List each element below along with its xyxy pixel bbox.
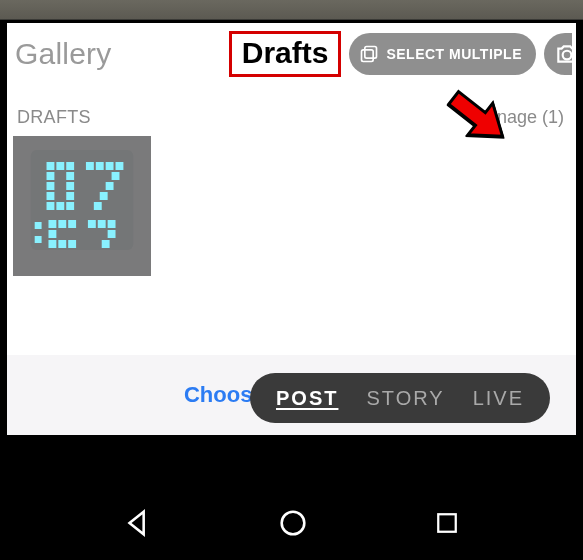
camera-button[interactable] (544, 33, 572, 75)
select-multiple-button[interactable]: SELECT MULTIPLE (349, 33, 536, 75)
svg-rect-24 (94, 202, 102, 210)
svg-rect-1 (362, 50, 374, 62)
svg-rect-25 (35, 222, 42, 229)
svg-rect-21 (112, 172, 120, 180)
mode-live[interactable]: LIVE (473, 387, 524, 410)
svg-rect-35 (98, 220, 106, 228)
svg-rect-14 (47, 202, 55, 210)
android-navbar (0, 492, 583, 560)
svg-rect-20 (116, 162, 124, 170)
svg-rect-38 (102, 240, 110, 248)
sheet-header: Gallery Drafts SELECT MULTIPLE (7, 23, 576, 85)
svg-rect-32 (58, 240, 66, 248)
svg-point-39 (282, 512, 305, 535)
svg-rect-30 (48, 230, 56, 238)
gallery-dropdown[interactable]: Gallery (15, 39, 111, 69)
svg-rect-17 (86, 162, 94, 170)
svg-rect-18 (96, 162, 104, 170)
drafts-tab[interactable]: Drafts (242, 36, 329, 69)
mode-selector: POST STORY LIVE (250, 373, 550, 423)
svg-rect-36 (108, 220, 116, 228)
svg-rect-33 (68, 240, 76, 248)
svg-rect-5 (47, 162, 55, 170)
mode-story[interactable]: STORY (366, 387, 444, 410)
svg-rect-34 (88, 220, 96, 228)
svg-rect-22 (106, 182, 114, 190)
drafts-heading: DRAFTS (17, 107, 91, 128)
mode-post[interactable]: POST (276, 387, 338, 410)
svg-rect-9 (66, 172, 74, 180)
svg-rect-23 (100, 192, 108, 200)
svg-rect-11 (66, 182, 74, 190)
stack-icon (359, 44, 379, 64)
svg-rect-13 (66, 192, 74, 200)
svg-rect-29 (68, 220, 76, 228)
svg-rect-6 (56, 162, 64, 170)
svg-rect-3 (13, 136, 151, 276)
svg-rect-7 (66, 162, 74, 170)
svg-rect-10 (47, 182, 55, 190)
svg-rect-28 (58, 220, 66, 228)
svg-rect-12 (47, 192, 55, 200)
svg-rect-0 (365, 47, 377, 59)
back-triangle-icon[interactable] (121, 506, 155, 540)
svg-rect-19 (106, 162, 114, 170)
svg-rect-16 (66, 202, 74, 210)
home-circle-icon[interactable] (276, 506, 310, 540)
svg-rect-15 (56, 202, 64, 210)
camera-icon (554, 41, 572, 67)
svg-rect-4 (31, 150, 134, 250)
drafts-tab-highlight: Drafts (229, 31, 342, 77)
gallery-sheet: Gallery Drafts SELECT MULTIPLE DRAFTS Ma… (4, 20, 579, 435)
svg-rect-27 (48, 220, 56, 228)
svg-rect-26 (35, 236, 42, 243)
draft-thumbnail[interactable] (13, 136, 151, 276)
tutorial-arrow (435, 85, 513, 157)
svg-rect-8 (47, 172, 55, 180)
recent-square-icon[interactable] (432, 508, 462, 538)
svg-rect-40 (438, 514, 456, 532)
camera-preview-strip (0, 0, 583, 20)
select-multiple-label: SELECT MULTIPLE (386, 46, 522, 62)
svg-point-2 (563, 51, 572, 60)
svg-rect-37 (108, 230, 116, 238)
svg-rect-31 (48, 240, 56, 248)
sheet-footer: Choose from photos POST STORY LIVE (7, 355, 576, 435)
